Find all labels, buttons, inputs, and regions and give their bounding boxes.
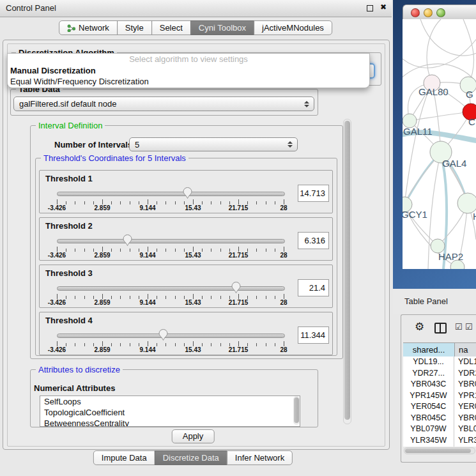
threshold-slider-track[interactable] <box>57 239 285 243</box>
tab-network[interactable]: Network <box>59 20 118 35</box>
node-label-h: H <box>473 211 476 222</box>
network-icon <box>67 24 75 32</box>
table-row[interactable]: YLR345WYLR3 <box>403 435 476 447</box>
table-data-combobox-value: galFiltered.sif default node <box>14 99 302 109</box>
cell-name: YER0 <box>454 401 476 413</box>
threshold-slider-track[interactable] <box>57 286 285 291</box>
tab-label: Cyni Toolbox <box>199 21 246 35</box>
cell-shared-name: YDR27... <box>403 368 454 380</box>
column-header-name[interactable]: na <box>455 342 476 358</box>
tab-jactivemnodules[interactable]: jActiveMNodules <box>254 20 332 35</box>
column-layout-icon[interactable] <box>434 323 447 334</box>
threshold-panel-1: Threshold 1-3.4262.8599.14415.4321.71528… <box>39 170 333 213</box>
table-hscrollbar[interactable] <box>404 447 475 454</box>
close-traffic-light-icon[interactable] <box>411 8 420 17</box>
table-row[interactable]: YIL052CYIL0 <box>403 446 476 447</box>
threshold-label: Threshold 3 <box>45 268 93 278</box>
cell-name: YDL1 <box>454 357 476 368</box>
threshold-value-field[interactable]: 11.344 <box>298 326 329 344</box>
numerical-attributes-list[interactable]: SelfLoopsTopologicalCoefficientBetweenne… <box>40 395 300 427</box>
cell-shared-name: YPR145W <box>403 390 454 402</box>
threshold-value-field[interactable]: 21.4 <box>298 279 329 296</box>
popup-item-equal-width-frequency-discretization[interactable]: Equal Width/Frequency Discretization <box>8 76 369 88</box>
threshold-slider-thumb[interactable] <box>158 328 169 341</box>
table-row[interactable]: YBR043CYBR0 <box>403 379 476 390</box>
apply-button[interactable]: Apply <box>172 429 215 443</box>
minimize-traffic-light-icon[interactable] <box>424 8 433 17</box>
tab-label: Select <box>160 21 183 35</box>
attribute-item-selfloops[interactable]: SelfLoops <box>40 396 300 407</box>
attributes-list-scrollbar-thumb[interactable] <box>294 397 299 423</box>
threshold-value-field[interactable]: 6.316 <box>298 232 329 249</box>
numerical-attributes-label: Numerical Attributes <box>34 383 115 393</box>
threshold-slider-thumb[interactable] <box>122 234 133 247</box>
threshold-slider-track[interactable] <box>57 334 285 338</box>
screen: Control Panel ✖ NetworkStyleSelectCyni T… <box>0 0 476 476</box>
table-rows: YDL19...YDL1YDR27...YDR2YBR043CYBR0YPR14… <box>403 357 476 447</box>
tab-infer-network[interactable]: Infer Network <box>227 450 293 465</box>
node-label-hap2: HAP2 <box>438 251 463 262</box>
settings-scrollbar[interactable] <box>343 119 351 424</box>
node-label-gal4: GAL4 <box>442 158 466 169</box>
threshold-panel-4: Threshold 4-3.4262.8599.14415.4321.71528… <box>39 312 333 355</box>
table-data-combobox[interactable]: galFiltered.sif default node <box>13 96 314 111</box>
threshold-label: Threshold 1 <box>45 174 93 183</box>
cell-shared-name: YBR043C <box>403 379 454 390</box>
network-canvas[interactable]: GAL80GCGAL11GAL4GCY1HHAP2 <box>403 19 476 269</box>
threshold-value-field[interactable]: 14.713 <box>298 185 329 202</box>
table-row[interactable]: YER054CYER0 <box>403 401 476 413</box>
table-panel-header: Table Panel <box>393 289 476 314</box>
table-hscrollbar-thumb[interactable] <box>405 449 471 453</box>
interval-definition-group-label: Interval Definition <box>36 121 105 130</box>
checkbox-icon[interactable]: ☑ <box>465 322 473 332</box>
tab-label: Impute Data <box>102 451 147 464</box>
settings-scrollbar-thumb[interactable] <box>344 121 350 420</box>
column-header-shared-name[interactable]: shared... <box>403 342 455 358</box>
popup-placeholder-item[interactable]: Select algorithm to view settings <box>8 54 369 65</box>
cell-shared-name: YBL079W <box>403 424 454 435</box>
gear-icon[interactable]: ⚙ <box>415 320 424 333</box>
number-of-intervals-label: Number of Intervals <box>54 140 132 150</box>
cell-name: YLR3 <box>454 435 476 447</box>
threshold-slider-thumb[interactable] <box>182 187 193 199</box>
node-label-c: C <box>468 116 475 127</box>
tab-select[interactable]: Select <box>151 20 191 35</box>
tab-label: Discretize Data <box>163 451 219 464</box>
threshold-slider-track[interactable] <box>57 192 285 196</box>
tab-impute-data[interactable]: Impute Data <box>93 450 155 465</box>
network-window-titlebar <box>403 4 476 20</box>
zoom-traffic-light-icon[interactable] <box>436 8 445 17</box>
table-row[interactable]: YDR27...YDR2 <box>403 368 476 380</box>
control-panel-titlebar: Control Panel ✖ <box>0 0 392 17</box>
node-label-g: G <box>466 89 473 100</box>
table-row[interactable]: YDL19...YDL1 <box>403 357 476 368</box>
cell-name: YBR0 <box>454 413 476 424</box>
close-icon[interactable]: ✖ <box>380 3 387 12</box>
tab-style[interactable]: Style <box>117 20 152 35</box>
float-window-icon[interactable] <box>367 5 373 12</box>
table-row[interactable]: YBL079WYBL0 <box>403 424 476 435</box>
cell-name: YPR1 <box>454 390 476 402</box>
tab-cyni-toolbox[interactable]: Cyni Toolbox <box>190 20 254 35</box>
tab-discretize-data[interactable]: Discretize Data <box>155 450 227 465</box>
control-panel-tabbar: NetworkStyleSelectCyni ToolboxjActiveMNo… <box>59 20 332 35</box>
combobox-arrows-icon <box>302 101 312 107</box>
cell-name: YDR2 <box>454 368 476 380</box>
tab-label: Network <box>79 21 109 35</box>
checkbox-icon[interactable]: ☑ <box>455 322 463 332</box>
cell-name: YIL0 <box>454 446 476 447</box>
table-row[interactable]: YBR045CYBR0 <box>403 413 476 424</box>
window-title: Control Panel <box>6 3 56 13</box>
attribute-item-betweennesscentrality[interactable]: BetweennessCentrality <box>40 418 300 427</box>
threshold-slider-thumb[interactable] <box>231 281 242 294</box>
attribute-item-topologicalcoefficient[interactable]: TopologicalCoefficient <box>40 407 300 418</box>
number-of-intervals-combobox[interactable]: 5 <box>129 137 298 151</box>
combobox-arrows-icon <box>285 141 295 148</box>
table-panel-window: ⚙ ☑ ☑ shared... na YDL19...YDL1YDR27...Y… <box>401 314 476 463</box>
attributes-list-scrollbar[interactable] <box>293 396 300 425</box>
popup-item-manual-discretization[interactable]: Manual Discretization <box>8 65 369 77</box>
threshold-tick-labels: -3.4262.8599.14415.4321.71528 <box>57 252 284 259</box>
cell-name: YBR0 <box>454 379 476 390</box>
node-label-gal80: GAL80 <box>418 86 449 97</box>
table-row[interactable]: YPR145WYPR1 <box>403 390 476 402</box>
